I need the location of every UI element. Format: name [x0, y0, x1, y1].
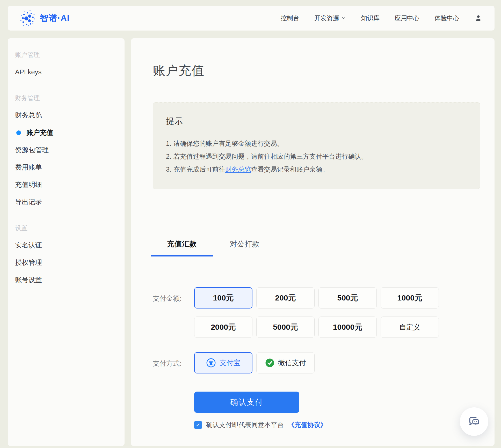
page-title: 账户充值: [153, 62, 495, 79]
alipay-icon: 支: [206, 358, 216, 368]
method-label: 支付方式:: [153, 359, 194, 373]
payment-form: 支付金额: 100元 200元 500元 1000元 2000元 5000元 1…: [153, 287, 495, 429]
page: 智谱·AI 控制台 开发资源 知识库 应用中心 体验中心 账户管理 API ke…: [0, 0, 501, 448]
sidebar-item-billing[interactable]: 费用账单: [15, 159, 125, 176]
method-wechat-pay[interactable]: 微信支付: [256, 352, 315, 373]
amount-option-500[interactable]: 500元: [318, 287, 377, 309]
method-row: 支付方式: 支 支付宝: [153, 352, 495, 373]
amount-option-10000[interactable]: 10000元: [318, 317, 377, 338]
amount-option-1000[interactable]: 1000元: [381, 287, 439, 309]
amount-label: 支付金额:: [153, 294, 194, 338]
sidebar-item-resource-packages[interactable]: 资源包管理: [15, 141, 125, 159]
tips-box: 提示 1.请确保您的账户有足够金额进行交易。 2.若充值过程遇到交易问题，请前往…: [153, 102, 480, 189]
sidebar-item-export-records[interactable]: 导出记录: [15, 193, 125, 211]
sidebar-section-settings: 设置 实名认证 授权管理 账号设置: [15, 219, 125, 289]
tips-list: 1.请确保您的账户有足够金额进行交易。 2.若充值过程遇到交易问题，请前往相应的…: [166, 137, 469, 176]
agreement-text: 确认支付即代表同意本平台: [206, 421, 284, 429]
agreement-checkbox[interactable]: ✓: [194, 421, 202, 429]
amount-option-5000[interactable]: 5000元: [256, 317, 315, 338]
tip-item-1: 1.请确保您的账户有足够金额进行交易。: [166, 137, 469, 150]
wechat-pay-icon: [265, 358, 274, 368]
active-dot-icon: [16, 130, 21, 135]
method-options: 支 支付宝 微信支付: [194, 352, 315, 373]
sidebar-item-api-keys[interactable]: API keys: [15, 63, 125, 81]
brand-logo[interactable]: 智谱·AI: [19, 10, 70, 27]
amount-options: 100元 200元 500元 1000元 2000元 5000元 10000元 …: [194, 287, 439, 338]
sidebar: 账户管理 API keys 财务管理 财务总览 账户充值 资源包管理 费用账单 …: [8, 38, 125, 446]
content-layout: 账户管理 API keys 财务管理 财务总览 账户充值 资源包管理 费用账单 …: [8, 38, 495, 446]
sidebar-item-identity-verification[interactable]: 实名认证: [15, 237, 125, 254]
agreement-row: ✓ 确认支付即代表同意本平台 《充值协议》: [194, 421, 495, 429]
nav-app-center[interactable]: 应用中心: [395, 14, 419, 22]
zhipu-molecule-icon: [19, 10, 36, 27]
sidebar-header-finance: 财务管理: [15, 89, 125, 107]
sidebar-header-account: 账户管理: [15, 46, 125, 63]
nav-experience-center[interactable]: 体验中心: [434, 14, 459, 22]
nav-knowledge-base[interactable]: 知识库: [361, 14, 380, 22]
svg-text:支: 支: [208, 360, 214, 366]
nav-console[interactable]: 控制台: [281, 14, 299, 22]
main-panel: 账户充值 提示 1.请确保您的账户有足够金额进行交易。 2.若充值过程遇到交易问…: [131, 38, 495, 446]
section-divider: [131, 207, 495, 207]
amount-option-custom[interactable]: 自定义: [381, 317, 439, 338]
brand-name: 智谱·AI: [40, 12, 70, 24]
sidebar-item-account-recharge[interactable]: 账户充值: [15, 124, 125, 141]
amount-option-100[interactable]: 100元: [194, 287, 252, 309]
nav-dev-resources[interactable]: 开发资源: [314, 14, 346, 22]
tab-recharge-remittance[interactable]: 充值汇款: [151, 232, 213, 256]
sidebar-item-recharge-details[interactable]: 充值明细: [15, 176, 125, 193]
chevron-down-icon: [341, 16, 346, 20]
sidebar-section-finance: 财务管理 财务总览 账户充值 资源包管理 费用账单 充值明细 导出记录: [15, 89, 125, 211]
sidebar-item-authorization[interactable]: 授权管理: [15, 254, 125, 271]
recharge-agreement-link[interactable]: 《充值协议》: [288, 421, 327, 429]
tips-title: 提示: [166, 116, 469, 127]
amount-option-2000[interactable]: 2000元: [194, 317, 252, 338]
top-navbar: 智谱·AI 控制台 开发资源 知识库 应用中心 体验中心: [8, 6, 495, 31]
tab-corporate-transfer[interactable]: 对公打款: [213, 232, 276, 256]
finance-overview-link[interactable]: 财务总览: [225, 166, 251, 173]
tip-item-2: 2.若充值过程遇到交易问题，请前往相应的第三方支付平台进行确认。: [166, 150, 469, 163]
amount-row: 支付金额: 100元 200元 500元 1000元 2000元 5000元 1…: [153, 287, 495, 338]
sidebar-item-account-settings[interactable]: 账号设置: [15, 271, 125, 289]
sidebar-section-account: 账户管理 API keys: [15, 46, 125, 81]
amount-option-200[interactable]: 200元: [256, 287, 315, 309]
recharge-tabs: 充值汇款 对公打款: [151, 232, 480, 256]
chat-support-icon: [467, 415, 481, 428]
confirm-payment-button[interactable]: 确认支付: [194, 392, 299, 413]
sidebar-item-finance-overview[interactable]: 财务总览: [15, 107, 125, 124]
user-avatar-icon[interactable]: [474, 14, 482, 22]
top-nav-menu: 控制台 开发资源 知识库 应用中心 体验中心: [281, 14, 482, 22]
tip-item-3: 3.充值完成后可前往财务总览查看交易记录和账户余额。: [166, 163, 469, 176]
method-alipay[interactable]: 支 支付宝: [194, 352, 252, 373]
sidebar-header-settings: 设置: [15, 219, 125, 237]
customer-service-fab[interactable]: [460, 407, 488, 436]
